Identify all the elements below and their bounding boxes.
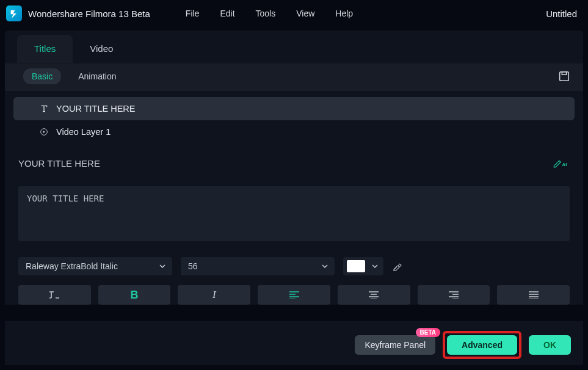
align-center-button[interactable]: [338, 285, 410, 305]
advanced-highlight: Advanced: [443, 331, 521, 359]
font-size-select[interactable]: 56: [181, 257, 335, 275]
layer-label: Video Layer 1: [56, 127, 111, 137]
align-left-button[interactable]: [258, 285, 330, 305]
layer-list: YOUR TITLE HERE Video Layer 1: [13, 97, 575, 143]
subtab-animation[interactable]: Animation: [78, 71, 116, 81]
editor-panel: Titles Video Basic Animation YOUR TITLE …: [5, 31, 583, 305]
color-swatch: [347, 260, 365, 272]
menu-help[interactable]: Help: [335, 9, 353, 18]
keyframe-panel-button[interactable]: Keyframe Panel: [355, 335, 435, 355]
font-family-value: Raleway ExtraBold Italic: [26, 261, 118, 271]
top-tabs: Titles Video: [5, 31, 583, 63]
app-logo: [6, 5, 22, 21]
advanced-button[interactable]: Advanced: [447, 335, 517, 355]
svg-rect-0: [560, 72, 569, 81]
font-size-value: 56: [188, 261, 198, 271]
chevron-down-icon: [321, 263, 328, 270]
keyframe-panel-wrap: BETA Keyframe Panel: [355, 335, 435, 355]
svg-rect-1: [562, 72, 566, 75]
menu-file[interactable]: File: [186, 9, 200, 18]
chevron-down-icon: [159, 263, 166, 270]
bottom-action-bar: BETA Keyframe Panel Advanced OK: [5, 321, 583, 365]
document-name: Untitled: [546, 9, 577, 19]
ok-button[interactable]: OK: [529, 335, 571, 355]
text-icon: [39, 104, 49, 114]
font-color-select[interactable]: [343, 257, 383, 275]
align-justify-button[interactable]: [497, 285, 570, 305]
title-bar: Wondershare Filmora 13 Beta File Edit To…: [0, 0, 588, 29]
font-family-select[interactable]: Raleway ExtraBold Italic: [18, 257, 172, 275]
main-menu: File Edit Tools View Help: [186, 9, 353, 18]
layer-title-text[interactable]: YOUR TITLE HERE: [13, 97, 575, 120]
italic-button[interactable]: I: [178, 285, 250, 305]
section-title: YOUR TITLE HERE: [18, 158, 100, 169]
layer-label: YOUR TITLE HERE: [56, 104, 135, 114]
chevron-down-icon: [371, 263, 379, 270]
layer-video[interactable]: Video Layer 1: [13, 120, 575, 143]
ai-edit-icon[interactable]: AI: [553, 157, 570, 169]
eyedropper-icon[interactable]: [392, 261, 403, 272]
play-icon: [39, 127, 49, 137]
title-text-input[interactable]: [18, 186, 570, 241]
save-preset-icon[interactable]: [557, 70, 571, 83]
tab-video[interactable]: Video: [73, 35, 130, 63]
bold-button[interactable]: B: [98, 285, 171, 305]
app-title: Wondershare Filmora 13 Beta: [28, 9, 150, 19]
section-header: YOUR TITLE HERE AI: [5, 143, 583, 175]
subtab-basic[interactable]: Basic: [23, 68, 61, 84]
menu-view[interactable]: View: [296, 9, 314, 18]
menu-tools[interactable]: Tools: [256, 9, 276, 18]
filmora-icon: [9, 9, 19, 18]
align-right-button[interactable]: [418, 285, 490, 305]
menu-edit[interactable]: Edit: [220, 9, 234, 18]
format-buttons: B I: [18, 285, 570, 305]
tab-titles[interactable]: Titles: [17, 35, 73, 63]
text-transform-button[interactable]: [18, 285, 91, 305]
font-controls: Raleway ExtraBold Italic 56: [18, 257, 570, 275]
svg-text:AI: AI: [562, 162, 567, 167]
sub-tab-bar: Basic Animation: [5, 63, 583, 91]
beta-badge: BETA: [416, 328, 440, 337]
